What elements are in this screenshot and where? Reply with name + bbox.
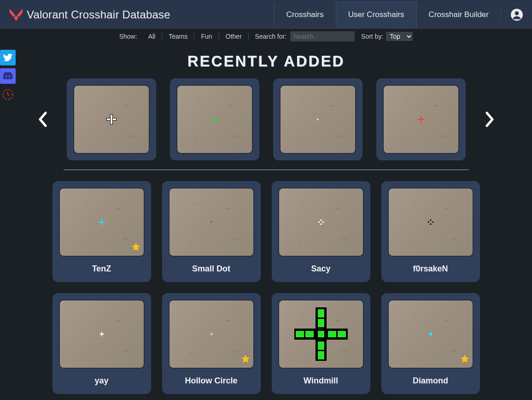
- discord-button[interactable]: [0, 68, 16, 84]
- crosshair-name: Windmill: [278, 376, 364, 386]
- crosshair-preview: [278, 300, 364, 369]
- grid-card[interactable]: Small Dot: [162, 181, 261, 282]
- star-icon: [460, 354, 470, 364]
- user-icon: [511, 9, 523, 21]
- crosshair-preview: [278, 188, 364, 257]
- filter-all[interactable]: All: [142, 33, 163, 40]
- main-content: RECENTLY ADDED TenZSmall DotSacyf0rsakeN…: [0, 53, 532, 394]
- crosshair-preview: [388, 188, 474, 257]
- nav-user-crosshairs[interactable]: User Crosshairs: [336, 1, 416, 28]
- carousel-card[interactable]: [273, 78, 362, 160]
- crosshair-name: f0rsakeN: [388, 264, 474, 274]
- account-button[interactable]: [501, 9, 532, 21]
- grid-card[interactable]: Hollow Circle: [162, 293, 261, 394]
- svg-point-1: [514, 11, 519, 15]
- search-input[interactable]: [290, 31, 355, 41]
- grid-card[interactable]: Sacy: [272, 181, 370, 282]
- site-title: Valorant Crosshair Database: [27, 8, 170, 21]
- crosshair-name: Diamond: [388, 376, 474, 386]
- logo-icon: [8, 7, 24, 23]
- star-icon: [131, 242, 141, 252]
- crosshair-preview: [59, 300, 145, 369]
- crosshair-name: Small Dot: [169, 264, 254, 274]
- crosshair-preview: [73, 85, 150, 154]
- primary-nav: Crosshairs User Crosshairs Crosshair Bui…: [274, 1, 501, 28]
- grid-card[interactable]: Diamond: [381, 293, 480, 394]
- crosshair-preview: [176, 85, 253, 154]
- filter-other[interactable]: Other: [219, 33, 249, 40]
- twitter-button[interactable]: [0, 50, 16, 65]
- star-icon: [240, 354, 251, 364]
- social-rail: [0, 50, 16, 102]
- chevron-left-icon: [37, 111, 48, 128]
- sort-select[interactable]: Top: [386, 32, 413, 41]
- grid-card[interactable]: Windmill: [272, 293, 370, 394]
- header: Valorant Crosshair Database Crosshairs U…: [0, 0, 532, 29]
- section-title: RECENTLY ADDED: [23, 53, 509, 70]
- crosshair-preview: [59, 188, 145, 257]
- crosshair-preview: [169, 300, 254, 369]
- carousel-prev[interactable]: [33, 106, 53, 132]
- show-label: Show:: [119, 33, 137, 40]
- filter-teams[interactable]: Teams: [162, 33, 194, 40]
- filter-bar: Show: All Teams Fun Other Search for: So…: [0, 29, 532, 41]
- carousel-card[interactable]: [170, 78, 259, 160]
- crosshair-name: yay: [59, 376, 145, 386]
- carousel: [23, 78, 509, 160]
- chevron-right-icon: [484, 111, 495, 128]
- grid-card[interactable]: yay: [53, 293, 151, 394]
- carousel-next[interactable]: [479, 106, 500, 132]
- divider: [64, 170, 469, 170]
- nav-crosshair-builder[interactable]: Crosshair Builder: [416, 1, 501, 28]
- crosshair-name: Sacy: [278, 264, 364, 274]
- recent-button[interactable]: [0, 87, 16, 102]
- logo[interactable]: Valorant Crosshair Database: [0, 7, 179, 23]
- crosshair-grid: TenZSmall DotSacyf0rsakeNyayHollow Circl…: [23, 181, 509, 394]
- crosshair-preview: [383, 85, 459, 154]
- search-label: Search for:: [255, 33, 286, 40]
- grid-card[interactable]: TenZ: [53, 181, 151, 282]
- crosshair-preview: [280, 85, 356, 154]
- nav-crosshairs[interactable]: Crosshairs: [274, 1, 336, 28]
- clock-icon: [2, 88, 14, 100]
- filter-fun[interactable]: Fun: [194, 33, 219, 40]
- crosshair-preview: [169, 188, 254, 257]
- grid-card[interactable]: f0rsakeN: [381, 181, 480, 282]
- discord-icon: [2, 71, 13, 82]
- twitter-icon: [3, 53, 13, 63]
- sort-label: Sort by:: [361, 33, 383, 40]
- carousel-card[interactable]: [376, 78, 466, 160]
- crosshair-name: Hollow Circle: [169, 376, 254, 386]
- carousel-card[interactable]: [67, 78, 156, 160]
- crosshair-preview: [388, 300, 474, 369]
- crosshair-name: TenZ: [59, 264, 145, 274]
